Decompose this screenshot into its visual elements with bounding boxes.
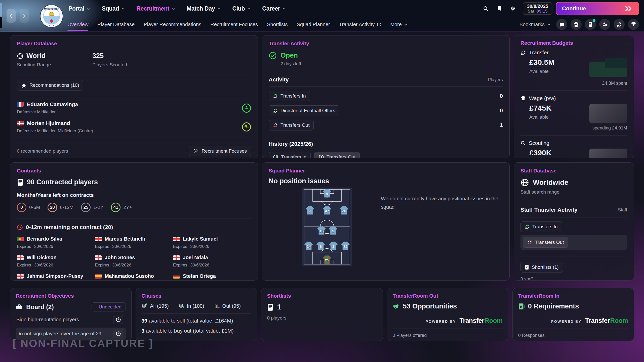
formation-shirt-goalkeeper: 25	[322, 254, 332, 264]
staff-shortlists-button[interactable]: Shortlists (1)	[520, 262, 563, 273]
dof-offers-button[interactable]: Director of Football Offers	[269, 105, 339, 116]
nav-match-day[interactable]: Match Day	[187, 5, 221, 12]
chevron-down-icon	[404, 23, 407, 26]
expiring-player[interactable]: Joel NdalaExpires30/6/2026	[173, 255, 251, 268]
panel-title: TransferRoom Out	[393, 293, 503, 299]
nav-match-day-label: Match Day	[187, 5, 215, 12]
tab-player-recommendations[interactable]: Player Recommendations	[144, 22, 201, 27]
budget-sub: Available	[529, 69, 554, 74]
panel-title: Clauses	[141, 293, 251, 299]
board-status-chip[interactable]: - Undecided	[92, 302, 126, 311]
coins-in-icon	[178, 303, 184, 309]
panel-contracts: Contracts 90 Contracted players Months/Y…	[10, 162, 258, 281]
game-date[interactable]: 30/8/2025 Sat09:15	[523, 2, 552, 15]
clauses-filter-out[interactable]: Out (95)	[214, 303, 241, 309]
bookmarks-dropdown[interactable]: Bookmarks	[519, 22, 550, 27]
nav-recruitment[interactable]: Recruitment	[136, 5, 175, 12]
tab-squad-planner[interactable]: Squad Planner	[297, 22, 330, 27]
tab-player-database[interactable]: Player Database	[97, 22, 135, 27]
remaining-header: 0-12m remaining on contract (20)	[26, 224, 113, 231]
budget-note: £4.3M spent	[589, 81, 627, 86]
staff-shortlists-label: Shortlists (1)	[532, 264, 559, 270]
search-icon	[520, 141, 526, 146]
requirements-document-icon	[518, 303, 525, 310]
recommended-player-row[interactable]: Eduardo Camavinga Defensive Midfielder A	[17, 101, 251, 115]
shortlist-icon	[525, 265, 529, 270]
player-name: Mahamadou Susoho	[105, 273, 154, 279]
clauses-filter-all[interactable]: All (195)	[141, 303, 169, 309]
transfers-in-button[interactable]: Transfers In	[269, 91, 310, 101]
panel-squad-planner: Squad Planner No position issues	[262, 162, 510, 281]
chat-bubble-icon	[559, 22, 565, 27]
squad-shirt-button[interactable]	[571, 19, 582, 30]
contracts-button[interactable]	[585, 19, 596, 30]
clauses-buyout-line: 3 available to buy out (total value: £1M…	[141, 328, 251, 334]
budget-value: £30.5M	[529, 58, 554, 67]
chevron-down-icon	[172, 8, 175, 10]
tab-overview[interactable]: Overview	[67, 22, 88, 27]
objective-row[interactable]: Sign high-reputation players	[16, 313, 126, 326]
bookmark-icon[interactable]	[497, 6, 502, 11]
continue-button[interactable]: Continue	[556, 2, 639, 15]
transfers-out-button[interactable]: Transfers Out	[269, 120, 314, 130]
objective-history-button[interactable]	[113, 329, 123, 338]
player-name: Lakyle Samuel	[183, 236, 218, 242]
objective-history-button[interactable]	[113, 315, 123, 324]
tab-recruitment-focuses[interactable]: Recruitment Focuses	[210, 22, 258, 27]
panel-transfer-activity: Transfer Activity Open 2 days left Activ…	[262, 35, 510, 158]
recommended-player-row[interactable]: Morten Hjulmand Defensive Midfielder, Mi…	[17, 120, 251, 133]
expiring-player[interactable]: Stefan OrtegaExpires30/6/2026	[173, 273, 251, 281]
history-transfers-in-button[interactable]: £0 Transfers In	[269, 152, 311, 158]
player-position: Defensive Midfielder, Midfielder (Centre…	[17, 128, 93, 133]
opportunities-headline: 53 Opportunities	[403, 302, 457, 310]
player-name: John Stones	[105, 255, 135, 260]
nav-squad[interactable]: Squad	[102, 5, 125, 12]
clauses-filter-in[interactable]: In (100)	[178, 303, 204, 309]
expiring-player[interactable]: Marcus BettinelliExpires30/6/2026	[95, 236, 173, 249]
months-left-header: Months/Years left on contracts	[17, 192, 251, 198]
flag-germany-icon	[173, 274, 180, 279]
expiring-player[interactable]: Mahamadou SusohoExpires30/6/2026	[95, 273, 173, 281]
sell-count: 39	[141, 318, 147, 324]
expiring-player[interactable]: John StonesExpires30/6/2026	[95, 255, 173, 268]
tab-shortlists[interactable]: Shortlists	[267, 22, 288, 27]
position-issues-note: We do not currently have any positional …	[381, 195, 503, 266]
scouting-range-label: Scouting Range	[17, 62, 92, 68]
expires-date: 30/6/2026	[112, 244, 131, 249]
nav-club[interactable]: Club	[232, 5, 251, 12]
tab-transfer-activity[interactable]: Transfer Activity	[339, 22, 381, 27]
staff-transfers-in-button[interactable]: Transfers In	[520, 221, 562, 232]
inbox-button[interactable]	[556, 19, 567, 30]
staff-transfers-in-label: Transfers In	[532, 224, 558, 230]
nav-career[interactable]: Career	[262, 5, 286, 12]
formation-shirt: 7	[305, 205, 315, 215]
competitions-button[interactable]	[628, 19, 639, 30]
club-crest-manchester-city: MANCHESTER CITY	[40, 4, 63, 28]
expiring-player[interactable]: Will DicksonExpires30/6/2026	[17, 255, 95, 268]
flag-england-icon	[173, 255, 180, 260]
search-icon[interactable]	[483, 6, 489, 11]
tab-more[interactable]: More	[390, 22, 407, 27]
expiring-player[interactable]: Lakyle SamuelExpires30/6/2026	[173, 236, 251, 249]
staff-transfers-out-button[interactable]: Transfers Out	[523, 237, 568, 248]
staff-column-header: Staff	[618, 207, 627, 213]
recommended-count-note: 0 recommended players	[17, 148, 68, 154]
scouting-button[interactable]	[599, 19, 610, 30]
gear-icon[interactable]	[510, 6, 516, 11]
header-right: 30/8/2025 Sat09:15 Continue	[483, 0, 639, 17]
recruitment-focuses-button[interactable]: Recruitment Focuses	[189, 146, 251, 156]
expiring-player[interactable]: Jahmai Simpson-PuseyExpires30/6/2026	[17, 273, 95, 281]
tab-more-label: More	[390, 22, 402, 27]
sync-button[interactable]	[614, 19, 625, 30]
brand-room: Room	[485, 317, 503, 325]
forward-button[interactable]	[20, 9, 29, 23]
svg-text:CITY: CITY	[49, 24, 54, 27]
history-transfers-out-button[interactable]: £0 Transfers Out	[314, 152, 360, 158]
expiring-player[interactable]: Bernardo SilvaExpires30/6/2026	[17, 236, 95, 249]
bucket-1-2y: 251-2Y	[81, 203, 103, 212]
recommendations-button[interactable]: Recommendations (10)	[17, 80, 83, 90]
back-button[interactable]	[7, 9, 16, 23]
nav-club-label: Club	[232, 5, 245, 12]
nav-portal[interactable]: Portal	[68, 5, 90, 12]
objective-text: Do not sign players over the age of 29	[16, 331, 101, 337]
